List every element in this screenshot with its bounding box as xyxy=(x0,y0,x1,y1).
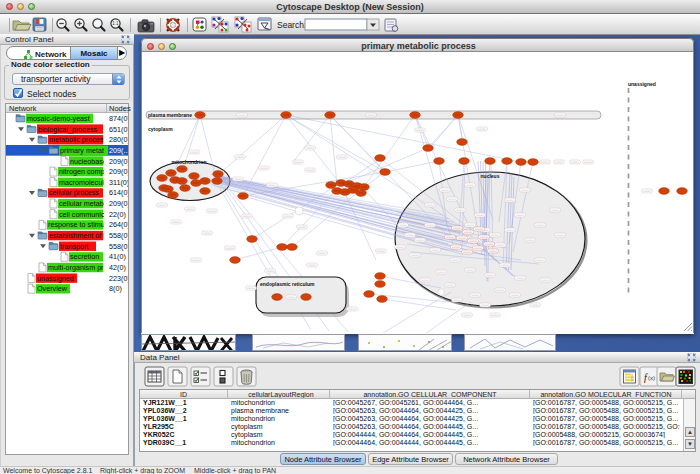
svg-text:metabolic process: metabolic process xyxy=(49,135,107,144)
svg-text:nitrogen compo: nitrogen compo xyxy=(59,167,109,176)
svg-text:transport: transport xyxy=(60,242,88,251)
svg-text:1:1: 1:1 xyxy=(112,21,119,26)
svg-text:209(0): 209(0) xyxy=(109,167,128,176)
svg-text:response to stimul: response to stimul xyxy=(48,220,107,229)
svg-text:(x): (x) xyxy=(648,375,655,381)
svg-text:280(0): 280(0) xyxy=(109,135,128,144)
svg-text:unassigned: unassigned xyxy=(628,81,656,87)
svg-text:establishment of lo: establishment of lo xyxy=(49,231,109,240)
svg-text:22(0): 22(0) xyxy=(109,210,126,219)
svg-text:209(...: 209(... xyxy=(109,146,128,155)
svg-text:unassigned: unassigned xyxy=(37,274,74,283)
svg-text:secretion: secretion xyxy=(70,252,99,261)
svg-text:nucleus: nucleus xyxy=(481,173,500,179)
svg-text:endoplasmic reticulum: endoplasmic reticulum xyxy=(260,281,315,287)
svg-text:264(0): 264(0) xyxy=(109,220,128,229)
svg-text:223(0): 223(0) xyxy=(109,274,128,283)
svg-text:mitochondrion: mitochondrion xyxy=(172,159,207,165)
svg-text:558(0): 558(0) xyxy=(109,242,128,251)
svg-text:8(0): 8(0) xyxy=(109,284,122,293)
svg-text:multi-organism pro: multi-organism pro xyxy=(48,263,108,272)
svg-text:Overview: Overview xyxy=(37,284,68,293)
svg-text:primary metabo: primary metabo xyxy=(60,146,110,155)
svg-text:cytoplasm: cytoplasm xyxy=(148,126,173,132)
svg-text:311(0): 311(0) xyxy=(109,178,128,187)
svg-text:874(0): 874(0) xyxy=(109,114,128,123)
svg-text:558(0): 558(0) xyxy=(109,231,128,240)
svg-text:41(0): 41(0) xyxy=(109,252,126,261)
svg-text:macromolecule: macromolecule xyxy=(59,178,108,187)
svg-text:209(0): 209(0) xyxy=(109,199,128,208)
svg-text:nucleobase-: nucleobase- xyxy=(70,157,110,166)
svg-text:cell communicat: cell communicat xyxy=(59,210,111,219)
svg-text:cellular metabo: cellular metabo xyxy=(59,199,108,208)
svg-text:mosaic-demo-yeast: mosaic-demo-yeast xyxy=(27,114,90,123)
svg-text:Search:: Search: xyxy=(277,20,306,30)
svg-text:209(0): 209(0) xyxy=(109,157,128,166)
svg-text:plasma membrane: plasma membrane xyxy=(148,112,192,118)
svg-text:biological_process: biological_process xyxy=(38,125,98,134)
svg-text:651(0): 651(0) xyxy=(109,125,128,134)
svg-text:cellular process: cellular process xyxy=(49,188,99,197)
svg-text:42(0): 42(0) xyxy=(109,263,126,272)
svg-text:614(0): 614(0) xyxy=(109,188,128,197)
